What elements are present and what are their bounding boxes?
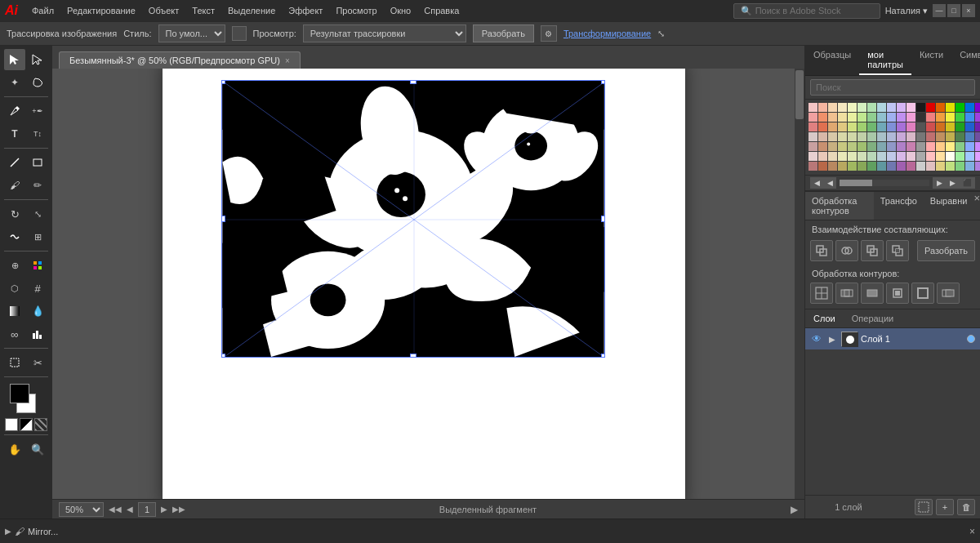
swatch[interactable] <box>828 142 837 151</box>
swatch[interactable] <box>877 113 886 122</box>
swatch[interactable] <box>897 142 906 151</box>
search-box[interactable]: 🔍 <box>733 3 880 19</box>
zoom-tool[interactable]: 🔍 <box>27 438 48 460</box>
swatch[interactable] <box>975 113 980 122</box>
tab-symbols[interactable]: Символы <box>951 46 980 75</box>
swatch[interactable] <box>867 113 876 122</box>
swatch[interactable] <box>887 162 896 171</box>
swatch[interactable] <box>946 113 955 122</box>
swatch[interactable] <box>916 122 925 131</box>
pencil-tool[interactable]: ✏ <box>27 175 48 196</box>
path-panel-close-button[interactable]: × <box>973 192 980 204</box>
delete-layer-button[interactable]: 🗑 <box>957 499 975 515</box>
swatch[interactable] <box>936 103 945 112</box>
minus-back-button[interactable] <box>937 283 960 304</box>
swatch[interactable] <box>808 152 817 161</box>
swatch[interactable] <box>867 152 876 161</box>
divide-button[interactable] <box>810 283 833 304</box>
expand-button[interactable]: Разобрать <box>473 24 534 42</box>
swatch[interactable] <box>897 132 906 141</box>
palette-prev-button[interactable]: ◀ <box>810 177 823 189</box>
swatch[interactable] <box>975 122 980 131</box>
swatch[interactable] <box>808 162 817 171</box>
search-input[interactable] <box>755 6 870 16</box>
eyedropper-tool[interactable]: 💧 <box>27 300 48 322</box>
type-tool[interactable]: T <box>4 123 25 145</box>
swatch[interactable] <box>858 162 866 171</box>
swatch[interactable] <box>936 162 945 171</box>
swatch[interactable] <box>877 162 886 171</box>
mesh-tool[interactable]: # <box>27 278 48 299</box>
swatch[interactable] <box>936 152 945 161</box>
menu-edit[interactable]: Редактирование <box>61 4 141 17</box>
swatch[interactable] <box>887 103 896 112</box>
menu-object[interactable]: Объект <box>143 4 185 17</box>
exclude-button[interactable] <box>886 240 909 261</box>
swatch[interactable] <box>946 162 955 171</box>
swatch[interactable] <box>897 122 906 131</box>
menu-select[interactable]: Выделение <box>222 4 281 17</box>
trim-button[interactable] <box>835 283 858 304</box>
swatch[interactable] <box>848 113 857 122</box>
handle-bottom-left[interactable] <box>221 354 225 358</box>
swatch[interactable] <box>975 103 980 112</box>
swatch[interactable] <box>946 122 955 131</box>
crop-button[interactable] <box>886 283 909 304</box>
swatch[interactable] <box>956 162 964 171</box>
swatch[interactable] <box>858 152 866 161</box>
swatch[interactable] <box>936 142 945 151</box>
swatch[interactable] <box>916 132 925 141</box>
swatch[interactable] <box>906 142 915 151</box>
swatch[interactable] <box>906 122 915 131</box>
tab-transform[interactable]: Трансфо <box>874 192 924 220</box>
layer-visibility-button[interactable]: 👁 <box>810 332 823 345</box>
swatch[interactable] <box>848 122 857 131</box>
handle-mid-left[interactable] <box>221 216 225 222</box>
tab-path-ops[interactable]: Обработка контуров <box>805 192 874 220</box>
page-input[interactable] <box>138 502 156 517</box>
swatch[interactable] <box>828 162 837 171</box>
swatch[interactable] <box>858 103 866 112</box>
swatch[interactable] <box>818 162 827 171</box>
swatch[interactable] <box>946 103 955 112</box>
swatch[interactable] <box>965 132 974 141</box>
swatch[interactable] <box>926 113 935 122</box>
zoom-select[interactable]: 50% <box>59 502 104 517</box>
last-page-button[interactable]: ▶▶ <box>172 505 185 514</box>
gradient-swatch[interactable] <box>20 418 33 431</box>
swatch[interactable] <box>946 142 955 151</box>
swatch[interactable] <box>818 152 827 161</box>
swatch[interactable] <box>867 162 876 171</box>
menu-help[interactable]: Справка <box>418 4 465 17</box>
trace-style-select[interactable]: По умол... <box>158 24 225 42</box>
swatch[interactable] <box>838 162 847 171</box>
swatch[interactable] <box>916 162 925 171</box>
swatch[interactable] <box>818 142 827 151</box>
swatch[interactable] <box>965 142 974 151</box>
warp-tool[interactable] <box>4 226 25 247</box>
swatch[interactable] <box>858 113 866 122</box>
line-tool[interactable] <box>4 152 25 173</box>
swatch[interactable] <box>975 142 980 151</box>
play-button[interactable]: ▶ <box>791 504 798 515</box>
gradient-tool[interactable] <box>4 300 25 322</box>
swatch[interactable] <box>906 103 915 112</box>
swatch[interactable] <box>956 103 964 112</box>
swatch-search-input[interactable] <box>810 79 975 96</box>
first-page-button[interactable]: ◀◀ <box>109 505 122 514</box>
apply-button[interactable]: Разобрать <box>917 240 975 261</box>
scale-tool[interactable]: ⤡ <box>27 203 48 225</box>
swatch[interactable] <box>946 132 955 141</box>
handle-top-left[interactable] <box>221 80 225 84</box>
palette-scroll-left[interactable]: ◀ <box>823 177 836 189</box>
swatch[interactable] <box>906 162 915 171</box>
palette-scrollbar-thumb[interactable] <box>840 180 872 186</box>
swatch[interactable] <box>916 142 925 151</box>
artwork-frame[interactable] <box>221 80 605 358</box>
tab-operations[interactable]: Операции <box>844 309 902 327</box>
menu-effect[interactable]: Эффект <box>283 4 328 17</box>
tab-swatches[interactable]: Образцы <box>805 46 859 75</box>
swatch[interactable] <box>808 122 817 131</box>
swatch[interactable] <box>936 132 945 141</box>
swatch[interactable] <box>828 122 837 131</box>
